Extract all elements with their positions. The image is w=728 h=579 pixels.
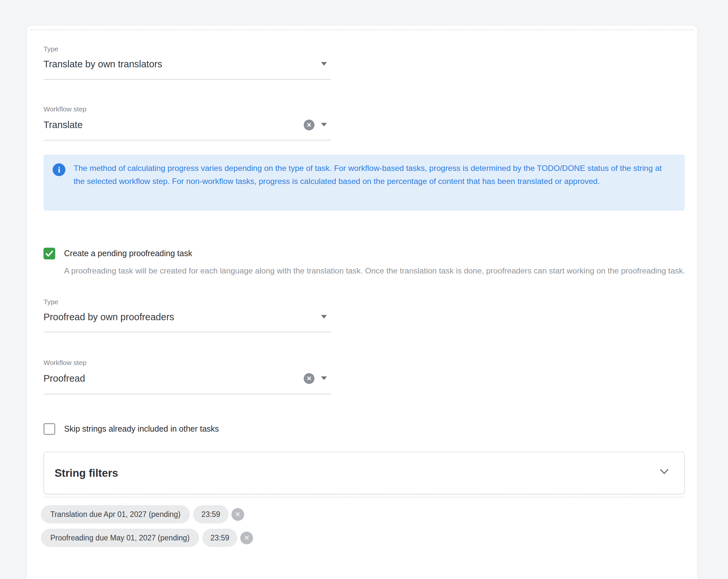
- skip-strings-label[interactable]: Skip strings already included in other t…: [64, 424, 219, 434]
- remove-icon[interactable]: ✕: [240, 532, 253, 544]
- chevron-down-icon[interactable]: [321, 123, 327, 127]
- chevron-down-icon[interactable]: [321, 62, 327, 66]
- create-proofreading-label[interactable]: Create a pending proofreading task: [64, 249, 192, 258]
- field-underline: [44, 79, 331, 80]
- translation-type-select[interactable]: Translate by own translators: [44, 57, 331, 71]
- create-proofreading-checkbox[interactable]: [44, 248, 55, 259]
- translation-type-label: Type: [44, 45, 58, 53]
- chevron-down-icon[interactable]: [321, 315, 327, 319]
- remove-icon[interactable]: ✕: [231, 508, 244, 521]
- info-icon: i: [53, 163, 66, 176]
- checkmark-icon: [45, 249, 54, 258]
- proofreading-workflow-select[interactable]: Proofread: [44, 371, 331, 386]
- dashed-divider-bottom: [44, 497, 685, 498]
- progress-info-banner: i The method of calculating progress var…: [44, 155, 685, 211]
- skip-strings-checkbox[interactable]: [44, 423, 55, 435]
- proofreading-due-chip-row: Proofreading due May 01, 2027 (pending) …: [41, 529, 253, 547]
- clear-icon[interactable]: ✕: [304, 119, 314, 130]
- translation-due-chip-row: Translation due Apr 01, 2027 (pending) 2…: [41, 505, 244, 523]
- field-underline: [44, 394, 331, 394]
- translation-workflow-select[interactable]: Translate: [44, 118, 331, 132]
- chevron-down-icon[interactable]: [659, 469, 669, 475]
- dashed-divider-top: [30, 29, 694, 30]
- create-proofreading-description: A proofreading task will be created for …: [64, 264, 685, 278]
- string-filters-title: String filters: [55, 452, 118, 494]
- clear-icon[interactable]: ✕: [304, 373, 314, 384]
- field-underline: [44, 140, 331, 140]
- translation-workflow-label: Workflow step: [44, 105, 87, 113]
- task-form-card: Type Translate by own translators Workfl…: [27, 26, 697, 579]
- progress-info-text: The method of calculating progress varie…: [74, 162, 662, 188]
- chevron-down-icon[interactable]: [321, 377, 327, 380]
- proofreading-due-time-chip[interactable]: 23:59: [202, 529, 238, 547]
- proofreading-type-select[interactable]: Proofread by own proofreaders: [44, 310, 331, 324]
- field-underline: [44, 332, 331, 332]
- proofreading-type-label: Type: [44, 298, 58, 306]
- proofreading-due-chip[interactable]: Proofreading due May 01, 2027 (pending): [41, 529, 199, 547]
- string-filters-panel[interactable]: String filters: [44, 451, 685, 494]
- translation-due-chip[interactable]: Translation due Apr 01, 2027 (pending): [41, 505, 190, 523]
- proofreading-workflow-label: Workflow step: [44, 359, 87, 367]
- translation-due-time-chip[interactable]: 23:59: [193, 505, 229, 523]
